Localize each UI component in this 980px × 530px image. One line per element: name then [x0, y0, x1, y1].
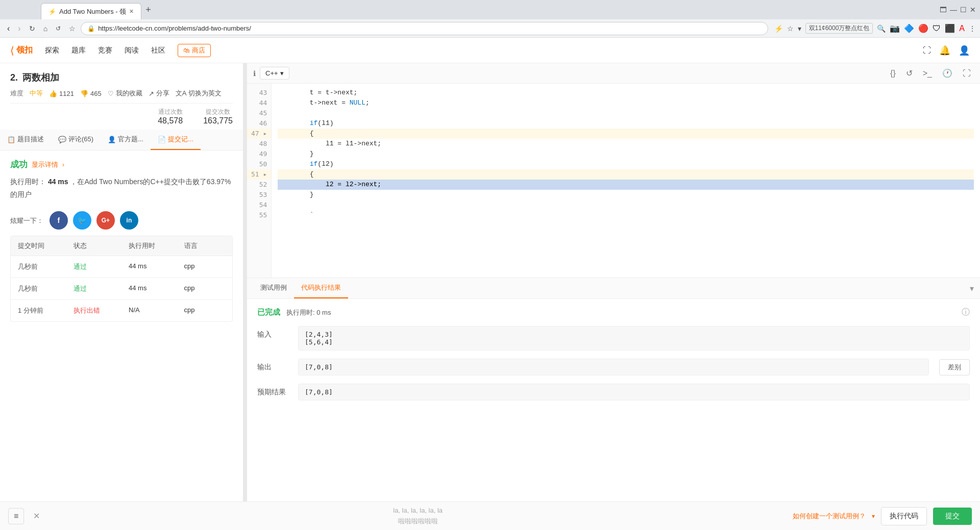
- extension-icon-3[interactable]: ▾: [798, 24, 801, 33]
- line-num-50: 50: [247, 159, 271, 169]
- line-num-55: 55: [247, 210, 271, 220]
- tab-favicon: ⚡: [48, 8, 56, 15]
- lc-header: ⟨ 领扣 探索 题库 竞赛 阅读 社区 🛍 商店 ⛶ 🔔 👤: [0, 38, 980, 63]
- tab-official[interactable]: 👤 官方题...: [101, 130, 151, 150]
- fullscreen-icon[interactable]: ⛶: [923, 46, 931, 55]
- user-avatar[interactable]: 👤: [959, 45, 970, 56]
- code-line-47: {: [278, 129, 974, 139]
- exec-time-result: 执行用时: 0 ms: [286, 308, 331, 317]
- forward-button[interactable]: ›: [15, 22, 23, 35]
- panel-divider[interactable]: [245, 63, 247, 501]
- nav-shop[interactable]: 🛍 商店: [178, 44, 211, 57]
- pass-count-label: 通过次数: [158, 108, 183, 116]
- collapse-icon[interactable]: ▾: [970, 284, 974, 293]
- history-btn[interactable]: 🕐: [939, 66, 955, 80]
- likes-btn[interactable]: 👍 1121: [49, 90, 74, 97]
- tab-comments[interactable]: 💬 评论(65): [51, 130, 101, 150]
- format-btn[interactable]: {}: [887, 67, 899, 80]
- output-row: 输出 [7,0,8] 差别: [257, 359, 970, 375]
- diff-button[interactable]: 差别: [939, 359, 970, 375]
- nav-contest[interactable]: 竞赛: [98, 46, 112, 55]
- input-value: [2,4,3] [5,6,4]: [298, 326, 970, 350]
- console-btn[interactable]: >_: [920, 67, 935, 80]
- result-content: 成功 显示详情 › 执行用时： 44 ms ，在Add Two Numbers的…: [0, 150, 243, 501]
- extensions-menu[interactable]: ⋮: [969, 24, 976, 33]
- right-panel: ℹ C++ ▾ {} ↺ >_ 🕐 ⛶ 43 44 45 46: [247, 63, 980, 501]
- exec-time-text: 执行用时： 44 ms ，在Add Two Numbers的C++提交中击败了6…: [10, 175, 233, 201]
- close-button[interactable]: ✕: [30, 508, 43, 524]
- share-btn[interactable]: ↗ 分享: [149, 89, 169, 98]
- extension-icon-5[interactable]: 🔷: [904, 23, 914, 33]
- lc-logo[interactable]: ⟨ 领扣: [10, 44, 33, 57]
- window-close-icon[interactable]: ✕: [970, 6, 976, 14]
- extension-icon-6[interactable]: 🔴: [918, 23, 928, 33]
- nav-read[interactable]: 阅读: [125, 46, 139, 55]
- table-header: 提交时间 状态 执行用时 语言: [11, 236, 232, 256]
- extension-icon-4[interactable]: 📷: [890, 23, 900, 33]
- table-cell-status[interactable]: 通过: [66, 256, 122, 277]
- share-icon: ↗: [149, 90, 154, 97]
- window-restore-icon[interactable]: 🗖: [940, 6, 947, 14]
- extension-icon-1[interactable]: ⚡: [774, 24, 783, 33]
- code-line-44: t->next = NULL;: [278, 98, 974, 108]
- show-detail-link[interactable]: 显示详情: [32, 160, 58, 169]
- twitter-share-button[interactable]: 🐦: [73, 211, 91, 230]
- line-num-48: 48: [247, 139, 271, 149]
- info-result-icon[interactable]: ⓘ: [962, 307, 970, 318]
- history-button[interactable]: ↺: [53, 23, 64, 34]
- table-cell-status[interactable]: 通过: [66, 278, 122, 299]
- window-minimize-icon[interactable]: —: [950, 6, 957, 14]
- browser-tab[interactable]: ⚡ Add Two Numbers - 领 ✕: [41, 3, 141, 19]
- heart-icon: ♡: [108, 90, 114, 97]
- expected-value: [7,0,8]: [298, 384, 970, 400]
- search-icon[interactable]: 🔍: [877, 24, 886, 33]
- switch-lang-btn[interactable]: 文A 切换为英文: [176, 89, 222, 98]
- nav-problems[interactable]: 题库: [71, 46, 86, 55]
- table-cell-status-error[interactable]: 执行出错: [66, 300, 122, 321]
- window-maximize-icon[interactable]: ☐: [960, 6, 967, 14]
- nav-explore[interactable]: 探索: [45, 46, 59, 55]
- linkedin-share-button[interactable]: in: [120, 211, 138, 230]
- lang-selector[interactable]: C++ ▾: [260, 67, 289, 80]
- home-button[interactable]: ⌂: [40, 22, 51, 35]
- testcase-link[interactable]: 如何创建一个测试用例？: [793, 512, 866, 521]
- info-icon[interactable]: ℹ: [253, 69, 256, 78]
- tab-description[interactable]: 📋 题目描述: [0, 130, 51, 150]
- bookmark-button[interactable]: ☆: [66, 22, 79, 35]
- submit-button[interactable]: 提交: [933, 508, 972, 525]
- fullscreen-editor-btn[interactable]: ⛶: [960, 67, 974, 80]
- action-bar: ≡ ✕ la, la, la, la, la, la 啦啦啦啦啦啦 如何创建一个…: [0, 501, 980, 530]
- table-row: 几秒前 通过 44 ms cpp: [11, 278, 232, 300]
- notification-icon[interactable]: 🔔: [939, 45, 950, 56]
- refresh-button[interactable]: ↻: [26, 22, 38, 35]
- favorite-btn[interactable]: ♡ 我的收藏: [108, 89, 142, 98]
- testcase-dropdown-icon[interactable]: ▾: [872, 513, 875, 520]
- reset-btn[interactable]: ↺: [903, 66, 916, 80]
- extension-icon-8[interactable]: ⬛: [945, 23, 955, 33]
- comment-icon: 💬: [58, 136, 66, 143]
- facebook-share-button[interactable]: f: [50, 211, 68, 230]
- tab-testcase[interactable]: 测试用例: [253, 278, 294, 298]
- url-bar[interactable]: 🔒 https://leetcode-cn.com/problems/add-t…: [81, 22, 768, 35]
- submit-count-label: 提交次数: [203, 108, 233, 116]
- nav-community[interactable]: 社区: [151, 46, 165, 55]
- extension-icon-2[interactable]: ☆: [787, 24, 794, 33]
- extension-icon-7[interactable]: 🛡: [933, 24, 941, 33]
- googleplus-share-button[interactable]: G+: [96, 211, 115, 230]
- col-lang: 语言: [177, 236, 233, 256]
- menu-button[interactable]: ≡: [8, 508, 24, 524]
- extension-icon-9[interactable]: A: [959, 24, 965, 33]
- tab-exec-result[interactable]: 代码执行结果: [294, 278, 348, 298]
- exec-result-panel: 已完成 执行用时: 0 ms ⓘ 输入 [2,4,3] [5,6,4]: [247, 299, 980, 501]
- code-editor[interactable]: 43 44 45 46 47 ▸ 48 49 50 51 ▸ 52 53 54 …: [247, 84, 980, 277]
- tab-title: Add Two Numbers - 领: [59, 7, 126, 16]
- run-code-button[interactable]: 执行代码: [881, 507, 927, 525]
- tab-submissions[interactable]: 📄 提交记...: [151, 130, 201, 150]
- code-content[interactable]: t = t->next; t->next = NULL; if(l1) { l1…: [272, 84, 980, 277]
- line-num-44: 44: [247, 98, 271, 108]
- dislikes-btn[interactable]: 👎 465: [80, 90, 102, 97]
- back-button[interactable]: ‹: [4, 22, 13, 35]
- bottom-tabs: 测试用例 代码执行结果 ▾: [247, 278, 980, 299]
- new-tab-button[interactable]: +: [141, 5, 155, 15]
- tab-close-icon[interactable]: ✕: [129, 8, 134, 15]
